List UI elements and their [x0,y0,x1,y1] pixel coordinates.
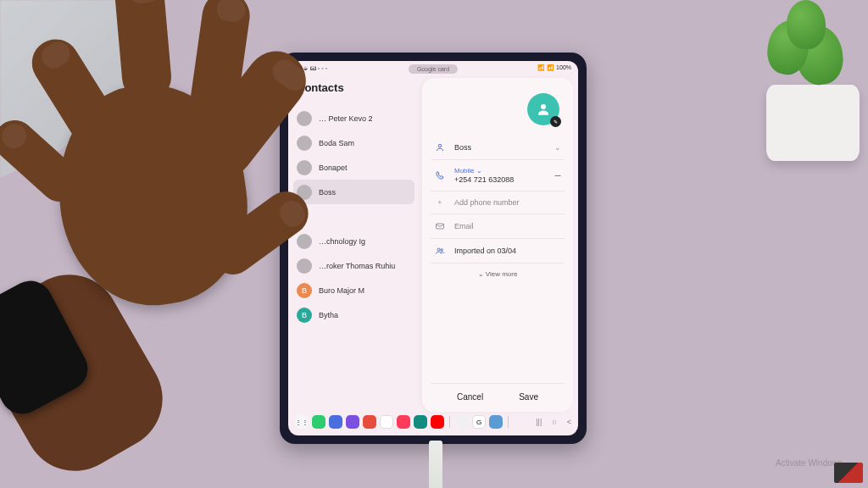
chevron-down-icon: ⌄ [476,167,482,175]
avatar [297,160,312,175]
chevron-down-icon: ⌄ [478,270,486,278]
plus-icon: + [434,198,446,207]
avatar: B [297,283,312,298]
smartwatch [0,273,95,421]
app-icon[interactable] [346,415,359,429]
avatar [297,234,312,249]
add-phone-row[interactable]: + Add phone number [431,191,565,214]
notification-icons: ⏱ ⬙ ✉ ◦ ◦ ◦ [295,65,327,71]
contact-name: …chnology Ig [319,237,365,246]
name-input[interactable]: Boss [454,143,546,152]
person-icon [434,142,446,152]
remove-phone-button[interactable]: − [554,169,561,182]
list-item[interactable]: B Buro Major M [297,278,411,302]
recent-app-icon[interactable] [489,415,503,429]
app-dock: ⋮⋮ G ||| ○ < [288,412,578,432]
list-item[interactable]: Boda Sam [297,130,411,155]
app-icon[interactable] [397,415,410,429]
avatar [297,136,312,151]
windows-activation-watermark: Activate Windows [776,458,843,468]
avatar [297,185,312,200]
contact-name: …roker Thomas Ruhiu [319,262,395,270]
chevron-down-icon[interactable]: ⌄ [554,143,561,152]
list-item[interactable]: B Bytha [297,302,411,327]
app-icon[interactable] [363,415,376,429]
contact-name: Bytha [319,311,338,319]
contacts-list-panel: Contacts … Peter Kevo 2 Boda Sam Bonapet… [288,75,420,412]
back-nav-button[interactable]: < [567,418,571,426]
status-left-icons: ⏱ ⬙ ✉ ◦ ◦ ◦ [295,65,327,71]
svg-point-1 [438,144,442,147]
action-button-bar: Cancel Save [431,383,565,407]
svg-point-3 [437,248,440,251]
person-icon [536,102,551,117]
status-right-icons: 📶 📶 100% [537,64,571,71]
contact-name: … Peter Kevo 2 [319,114,373,123]
avatar [297,111,312,126]
list-item[interactable]: …chnology Ig [297,229,411,253]
svg-point-4 [441,249,443,252]
dock-divider [508,416,509,428]
app-icon[interactable] [414,415,427,429]
phone-app-icon[interactable] [312,415,326,429]
view-more-button[interactable]: ⌄ View more [431,263,565,278]
decorative-plant [724,0,868,161]
tablet-device: ⏱ ⬙ ✉ ◦ ◦ ◦ 📶 📶 100% Contacts … Peter Ke… [280,53,587,444]
storage-location-pill[interactable]: Google card [409,64,458,74]
profile-photo-area: ✎ [436,93,559,125]
group-label: Imported on 03/04 [454,247,561,255]
dock-divider [449,416,450,428]
contact-name: Boss [319,188,336,197]
usb-cable [429,441,442,488]
list-item[interactable]: … Peter Kevo 2 [297,106,411,130]
list-item[interactable]: Boss [293,180,415,204]
group-icon [434,246,446,256]
email-input[interactable]: Email [454,222,561,230]
contact-name: Buro Major M [319,286,364,295]
edit-contact-pane: ✎ Boss ⌄ Mobile ⌄ [422,78,573,412]
phone-number-input[interactable]: +254 721 632088 [454,175,546,184]
youtube-icon[interactable] [431,415,444,429]
tablet-screen: ⏱ ⬙ ✉ ◦ ◦ ◦ 📶 📶 100% Contacts … Peter Ke… [288,61,578,435]
channel-logo [834,463,863,483]
contact-name: Boda Sam [319,139,354,147]
messages-app-icon[interactable] [329,415,342,429]
contact-name: Bonapet [319,164,348,172]
pencil-icon: ✎ [550,116,561,127]
recent-app-icon[interactable] [455,415,469,429]
profile-photo-button[interactable]: ✎ [527,93,559,125]
phone-icon [434,170,446,180]
phone-type-selector[interactable]: Mobile ⌄ [454,167,546,175]
name-field-row[interactable]: Boss ⌄ [431,136,565,160]
recents-nav-button[interactable]: ||| [536,418,542,426]
svg-point-0 [541,104,546,109]
avatar: B [297,308,312,323]
group-field-row[interactable]: Imported on 03/04 [431,239,565,263]
add-phone-label: Add phone number [454,198,561,207]
mail-icon [434,221,446,231]
cancel-button[interactable]: Cancel [447,389,493,405]
avatar [297,258,312,274]
list-item[interactable]: Bonapet [297,155,411,180]
decorative-prism [0,0,144,178]
signal-battery-cluster: 📶 📶 100% [537,64,571,71]
phone-field-row[interactable]: Mobile ⌄ +254 721 632088 − [431,160,565,191]
email-field-row[interactable]: Email [431,214,565,239]
apps-icon[interactable]: ⋮⋮ [295,415,309,429]
list-item[interactable]: …roker Thomas Ruhiu [297,253,411,278]
app-icon[interactable] [380,415,393,429]
save-button[interactable]: Save [509,389,548,405]
home-nav-button[interactable]: ○ [552,418,556,426]
page-title: Contacts [297,81,411,94]
recent-app-icon[interactable]: G [472,415,486,429]
